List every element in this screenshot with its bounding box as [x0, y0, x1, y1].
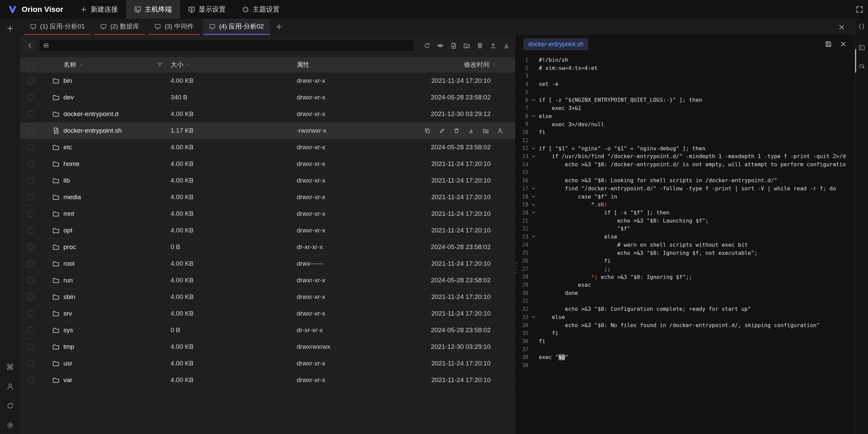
- new-folder-icon[interactable]: [461, 40, 472, 51]
- row-checkbox[interactable]: [28, 277, 34, 283]
- close-all-tabs-icon[interactable]: [837, 23, 846, 32]
- editor-file-tab[interactable]: docker-entrypoint.sh: [524, 38, 588, 50]
- file-row[interactable]: mnt4.00 KBdrwxr-xr-x2021-11-24 17:20:10: [20, 206, 515, 222]
- row-checkbox[interactable]: [28, 327, 34, 333]
- row-checkbox[interactable]: [28, 111, 34, 117]
- command-snippets-icon[interactable]: ⌘: [6, 363, 14, 371]
- row-checkbox[interactable]: [28, 310, 34, 317]
- line-number: 31: [518, 298, 528, 304]
- permission-icon[interactable]: [497, 128, 503, 134]
- row-checkbox[interactable]: [28, 227, 34, 233]
- delete-icon[interactable]: [475, 40, 485, 51]
- row-checkbox[interactable]: [28, 344, 34, 350]
- save-icon[interactable]: [825, 41, 832, 48]
- file-row[interactable]: tmp4.00 KBdrwxrwxrwx2021-12-30 03:29:10: [20, 339, 515, 355]
- row-checkbox[interactable]: [28, 244, 34, 250]
- file-row[interactable]: docker-entrypoint.sh1.17 KB-rwxrwxr-x: [20, 122, 515, 139]
- terminal-tab-4[interactable]: (4) 应用-分析02: [203, 19, 270, 35]
- file-row[interactable]: media4.00 KBdrwxr-xr-x2021-11-24 17:20:1…: [20, 189, 515, 206]
- nav-item-display-settings[interactable]: 显示设置: [180, 0, 234, 19]
- fold-chevron-icon[interactable]: [528, 186, 539, 191]
- new-file-icon[interactable]: [448, 40, 458, 51]
- delete-icon[interactable]: [454, 128, 459, 134]
- file-row[interactable]: sys0 Bdr-xr-xr-x2024-05-28 23:58:02: [20, 322, 515, 339]
- show-hidden-eye-icon[interactable]: [435, 40, 445, 51]
- file-row[interactable]: root4.00 KBdrwx------2021-11-24 17:20:10: [20, 256, 515, 272]
- copy-icon[interactable]: [425, 128, 430, 134]
- file-row[interactable]: docker-entrypoint.d4.00 KBdrwxr-xr-x2021…: [20, 106, 515, 122]
- path-input[interactable]: [52, 42, 410, 50]
- row-checkbox[interactable]: [28, 294, 34, 300]
- row-checkbox[interactable]: [28, 177, 34, 184]
- row-checkbox[interactable]: [28, 211, 34, 217]
- fold-chevron-icon[interactable]: [528, 146, 539, 151]
- file-row[interactable]: home4.00 KBdrwxr-xr-x2021-11-24 17:20:10: [20, 156, 515, 172]
- fullscreen-icon[interactable]: [855, 5, 864, 14]
- fold-chevron-icon[interactable]: [528, 234, 539, 239]
- fold-chevron-icon[interactable]: [528, 210, 539, 215]
- row-checkbox[interactable]: [28, 194, 34, 200]
- row-checkbox[interactable]: [28, 78, 34, 84]
- select-all-checkbox[interactable]: [28, 62, 34, 68]
- snippets-braces-icon[interactable]: {}: [855, 21, 868, 32]
- code-line: 4set -e: [518, 80, 855, 88]
- refresh-icon[interactable]: [422, 40, 432, 51]
- back-icon[interactable]: [24, 40, 36, 51]
- nav-item-host-terminal[interactable]: 主机终端: [126, 0, 180, 19]
- file-row[interactable]: run4.00 KBdrwxr-xr-x2024-05-28 23:58:02: [20, 272, 515, 289]
- file-row[interactable]: lib4.00 KBdrwxr-xr-x2021-11-24 17:20:10: [20, 172, 515, 189]
- terminal-tab-1[interactable]: (1) 应用-分析01: [24, 19, 91, 35]
- nav-item-new-connection[interactable]: 新建连接: [72, 0, 126, 19]
- file-row[interactable]: usr4.00 KBdrwxr-xr-x2021-11-24 17:20:10: [20, 355, 515, 372]
- header-size[interactable]: 大小: [171, 60, 297, 69]
- row-checkbox[interactable]: [28, 144, 34, 150]
- file-row[interactable]: opt4.00 KBdrwxr-xr-x2021-11-24 17:20:10: [20, 222, 515, 239]
- fold-chevron-icon[interactable]: [528, 114, 539, 118]
- fold-chevron-icon[interactable]: [528, 98, 539, 102]
- close-editor-icon[interactable]: [840, 41, 847, 48]
- file-row[interactable]: bin4.00 KBdrwxr-xr-x2021-11-24 17:20:10: [20, 73, 515, 89]
- fold-chevron-icon[interactable]: [528, 194, 539, 199]
- layout-panel-icon[interactable]: [855, 42, 868, 53]
- sync-icon[interactable]: [6, 402, 14, 410]
- file-row[interactable]: sbin4.00 KBdrwxr-xr-x2021-11-24 17:20:10: [20, 289, 515, 305]
- edit-icon[interactable]: [439, 128, 445, 134]
- download-icon[interactable]: [501, 40, 511, 51]
- file-row[interactable]: dev340 Bdrwxr-xr-x2024-05-28 23:58:02: [20, 89, 515, 106]
- settings-gear-icon[interactable]: [6, 421, 14, 429]
- row-checkbox[interactable]: [28, 261, 34, 267]
- move-icon[interactable]: [483, 128, 489, 134]
- path-input-wrap: [39, 39, 414, 52]
- fold-chevron-icon[interactable]: [528, 203, 539, 207]
- code-area[interactable]: 1#!/bin/sh2# vim:sw=4:ts=4:et34set -e56i…: [518, 53, 855, 434]
- fold-chevron-icon[interactable]: [528, 315, 539, 319]
- header-name[interactable]: 名称: [42, 60, 171, 69]
- sort-lines-icon[interactable]: [855, 61, 868, 71]
- row-checkbox[interactable]: [28, 377, 34, 383]
- new-terminal-icon[interactable]: [0, 23, 20, 34]
- row-checkbox[interactable]: [28, 360, 34, 366]
- row-checkbox[interactable]: [28, 161, 34, 167]
- user-icon[interactable]: [6, 382, 14, 391]
- row-checkbox[interactable]: [28, 128, 34, 134]
- terminal-tab-3[interactable]: (3) 中间件: [149, 19, 200, 35]
- file-row[interactable]: var4.00 KBdrwxr-xr-x2021-11-24 17:20:10: [20, 372, 515, 389]
- add-tab-icon[interactable]: [273, 19, 285, 35]
- nav-item-theme-settings[interactable]: 主题设置: [234, 0, 288, 19]
- panel-resize-divider[interactable]: [515, 35, 518, 434]
- fold-chevron-icon[interactable]: [528, 154, 539, 159]
- sort-carets-icon[interactable]: [78, 62, 83, 68]
- filter-icon[interactable]: [157, 62, 162, 68]
- brand[interactable]: Orion Visor: [0, 0, 72, 19]
- terminal-tab-2[interactable]: (2) 数据库: [94, 19, 145, 35]
- upload-icon[interactable]: [488, 40, 498, 51]
- sort-carets-icon[interactable]: [492, 62, 496, 68]
- file-row[interactable]: proc0 Bdr-xr-xr-x2024-05-28 23:58:02: [20, 239, 515, 256]
- file-row[interactable]: srv4.00 KBdrwxr-xr-x2021-11-24 17:20:10: [20, 305, 515, 322]
- sort-carets-icon[interactable]: [185, 62, 190, 68]
- header-mtime[interactable]: 修改时间: [423, 60, 515, 69]
- resize-grip-icon[interactable]: [516, 263, 517, 273]
- download-icon[interactable]: [468, 128, 474, 134]
- row-checkbox[interactable]: [28, 94, 34, 100]
- file-row[interactable]: etc4.00 KBdrwxr-xr-x2024-05-28 23:58:02: [20, 139, 515, 156]
